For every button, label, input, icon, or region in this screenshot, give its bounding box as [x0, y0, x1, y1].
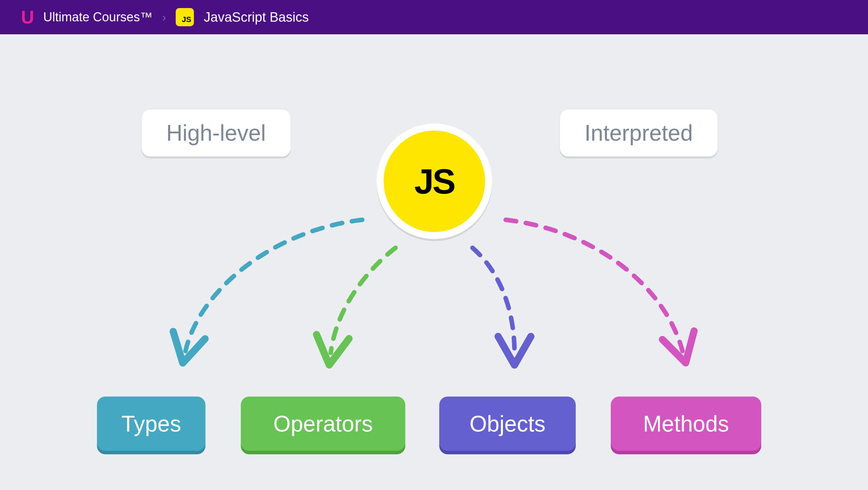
concept-types[interactable]: Types	[97, 397, 205, 451]
arrow-operators	[331, 248, 396, 353]
arrow-types	[186, 220, 362, 351]
course-title[interactable]: JavaScript Basics	[204, 10, 309, 25]
js-center-inner: JS	[384, 131, 485, 232]
concept-operators[interactable]: Operators	[241, 397, 405, 451]
header-bar: U Ultimate Courses™ › JS JavaScript Basi…	[0, 0, 868, 34]
brand-name[interactable]: Ultimate Courses™	[43, 10, 153, 24]
concept-methods[interactable]: Methods	[611, 397, 761, 451]
arrow-objects	[472, 248, 514, 353]
trait-pill-high-level: High-level	[142, 110, 290, 156]
js-badge-icon: JS	[176, 8, 194, 26]
js-center-label: JS	[414, 161, 454, 202]
concept-objects[interactable]: Objects	[439, 397, 576, 451]
diagram-canvas: High-level Interpreted JS	[0, 34, 868, 490]
arrow-methods	[506, 220, 682, 351]
js-center-circle: JS	[377, 124, 492, 239]
trait-pill-interpreted: Interpreted	[560, 110, 718, 156]
brand-logo-icon: U	[21, 7, 34, 28]
chevron-right-icon: ›	[162, 11, 166, 24]
